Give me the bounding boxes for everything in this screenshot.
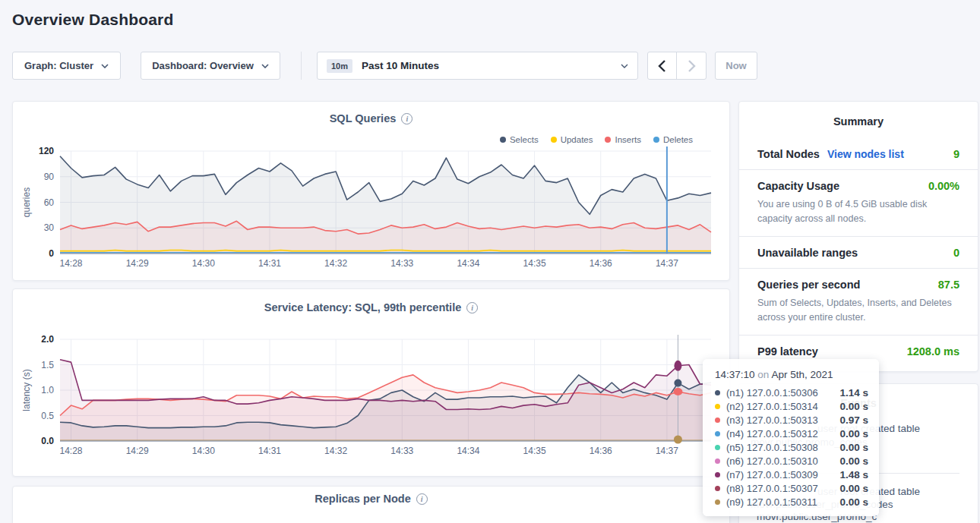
node-color-dot [715, 431, 720, 436]
summary-row-total-nodes: Total Nodes View nodes list 9 [739, 138, 978, 169]
chart-title: Service Latency: SQL, 99th percentile [264, 301, 462, 313]
svg-text:2.0: 2.0 [41, 334, 54, 345]
graph-select-label: Graph: Cluster [24, 60, 93, 71]
tooltip-node-row: (n4) 127.0.0.1:503120.00 s [715, 427, 868, 440]
qps-value: 87.5 [938, 279, 959, 291]
svg-text:14:37: 14:37 [656, 446, 678, 456]
svg-text:14:33: 14:33 [390, 258, 413, 269]
svg-text:1.5: 1.5 [41, 360, 54, 370]
svg-text:90: 90 [44, 172, 55, 182]
time-range-label: Past 10 Minutes [362, 60, 439, 71]
svg-text:14:29: 14:29 [126, 446, 149, 456]
svg-text:14:28: 14:28 [60, 258, 83, 269]
tooltip-node-row: (n2) 127.0.0.1:503140.00 s [715, 399, 868, 413]
svg-text:120: 120 [39, 146, 54, 156]
node-color-dot [715, 404, 720, 409]
chevron-down-icon [101, 64, 109, 68]
svg-text:14:35: 14:35 [523, 258, 546, 269]
svg-text:14:30: 14:30 [192, 258, 215, 269]
tooltip-node-row: (n1) 127.0.0.1:503061.14 s [715, 386, 868, 399]
svg-text:14:32: 14:32 [324, 446, 347, 456]
replicas-per-node-card: Replicas per Node i 60 [12, 486, 730, 523]
sql-queries-title-row: SQL Queries i [13, 112, 729, 124]
time-nav-group [647, 52, 707, 80]
svg-text:14:32: 14:32 [324, 258, 347, 269]
next-range-button[interactable] [677, 52, 706, 79]
prev-range-button[interactable] [648, 52, 677, 79]
svg-text:14:36: 14:36 [590, 258, 612, 269]
now-button[interactable]: Now [715, 52, 757, 80]
time-range-dropdown[interactable]: 10m Past 10 Minutes [317, 52, 638, 80]
time-range-badge: 10m [327, 59, 352, 73]
tooltip-timestamp: 14:37:10 on Apr 5th, 2021 [715, 369, 868, 380]
svg-text:14:37: 14:37 [656, 258, 678, 269]
chart-hover-tooltip: 14:37:10 on Apr 5th, 2021 (n1) 127.0.0.1… [703, 359, 879, 516]
unavailable-ranges-value: 0 [953, 247, 959, 259]
sql-queries-chart[interactable]: 030609012014:2814:2914:3014:3114:3214:33… [13, 132, 731, 280]
service-latency-card: Service Latency: SQL, 99th percentile i … [12, 288, 730, 477]
service-latency-chart[interactable]: 0.00.51.01.52.014:2814:2914:3014:3114:32… [13, 320, 731, 468]
chevron-down-icon [621, 64, 628, 68]
svg-text:14:31: 14:31 [258, 258, 281, 269]
svg-text:1.0: 1.0 [41, 385, 54, 395]
dashboard-select-dropdown[interactable]: Dashboard: Overview [141, 52, 280, 80]
dashboard-select-label: Dashboard: Overview [152, 60, 254, 71]
tooltip-node-row: (n5) 127.0.0.1:503080.00 s [715, 440, 868, 454]
svg-text:60: 60 [44, 197, 55, 208]
svg-text:queries: queries [21, 187, 32, 217]
service-latency-title-row: Service Latency: SQL, 99th percentile i [13, 301, 729, 313]
summary-panel: Summary Total Nodes View nodes list 9 Ca… [738, 101, 978, 372]
summary-title: Summary [739, 102, 978, 128]
summary-row-capacity: Capacity Usage 0.00% You are using 0 B o… [739, 169, 978, 236]
svg-text:14:31: 14:31 [258, 446, 281, 456]
svg-text:30: 30 [44, 222, 55, 233]
chart-title: Replicas per Node [315, 493, 411, 505]
info-icon[interactable]: i [466, 302, 478, 313]
svg-text:14:35: 14:35 [523, 446, 546, 456]
tooltip-node-row: (n3) 127.0.0.1:503130.97 s [715, 413, 868, 427]
svg-text:14:30: 14:30 [192, 446, 215, 456]
chevron-left-icon [658, 60, 666, 72]
sql-queries-card: SQL Queries i Selects Updates Inserts De… [12, 101, 730, 281]
svg-text:14:33: 14:33 [390, 446, 413, 456]
toolbar-divider [301, 52, 302, 80]
node-color-dot [715, 458, 720, 464]
node-color-dot [715, 445, 720, 450]
tooltip-node-row: (n7) 127.0.0.1:503091.48 s [715, 468, 868, 482]
svg-text:0.0: 0.0 [41, 436, 54, 446]
capacity-usage-desc: You are using 0 B of 4.5 GiB usable disk… [757, 197, 959, 227]
summary-row-unavailable: Unavailable ranges 0 [739, 236, 978, 268]
qps-desc: Sum of Selects, Updates, Inserts, and De… [757, 296, 959, 326]
chevron-down-icon [261, 64, 269, 68]
node-color-dot [715, 390, 720, 395]
chart-title: SQL Queries [330, 112, 397, 124]
chevron-right-icon [688, 60, 696, 72]
info-icon[interactable]: i [416, 493, 428, 505]
page-title: Overview Dashboard [12, 11, 174, 29]
graph-select-dropdown[interactable]: Graph: Cluster [12, 52, 121, 80]
info-icon[interactable]: i [401, 113, 413, 124]
svg-text:14:36: 14:36 [590, 446, 612, 456]
tooltip-node-row: (n9) 127.0.0.1:503110.00 s [715, 496, 868, 509]
svg-text:0: 0 [49, 248, 54, 259]
tooltip-node-row: (n6) 127.0.0.1:503100.00 s [715, 454, 868, 468]
node-color-dot [715, 472, 720, 477]
svg-text:14:34: 14:34 [457, 258, 479, 269]
svg-text:0.5: 0.5 [41, 411, 54, 421]
view-nodes-list-link[interactable]: View nodes list [827, 148, 904, 160]
summary-row-qps: Queries per second 87.5 Sum of Selects, … [739, 268, 978, 335]
capacity-usage-value: 0.00% [928, 180, 959, 192]
node-color-dot [715, 499, 720, 505]
svg-text:14:29: 14:29 [126, 258, 149, 269]
total-nodes-value: 9 [953, 148, 959, 160]
node-color-dot [715, 417, 720, 423]
svg-text:14:34: 14:34 [457, 446, 479, 456]
svg-text:latency (s): latency (s) [21, 369, 32, 411]
p99-latency-value: 1208.0 ms [907, 345, 959, 358]
tooltip-node-row: (n8) 127.0.0.1:503070.00 s [715, 482, 868, 496]
node-color-dot [715, 486, 720, 491]
svg-text:14:28: 14:28 [60, 446, 83, 456]
replicas-title-row: Replicas per Node i [13, 493, 729, 505]
